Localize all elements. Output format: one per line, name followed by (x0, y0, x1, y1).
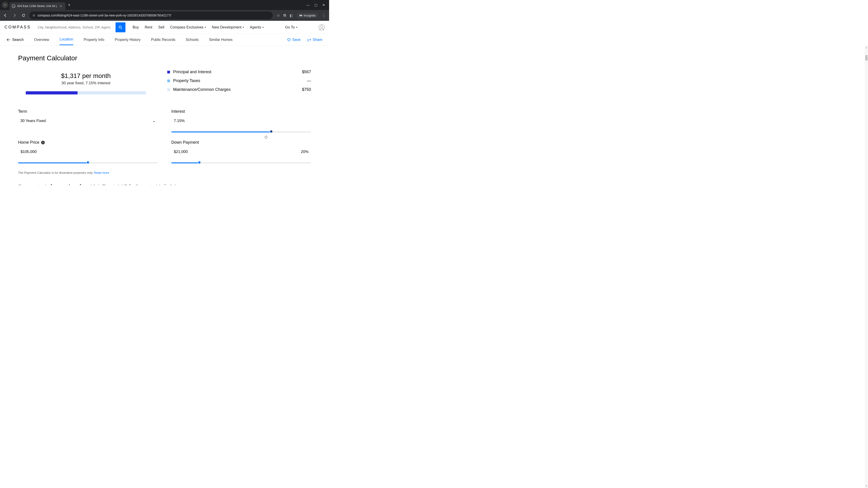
tab-favicon-icon (12, 4, 16, 8)
field-label: Interest (171, 109, 311, 114)
sidepanel-icon[interactable]: ◧ (289, 13, 293, 18)
nav-goto[interactable]: Go To▾ (285, 25, 297, 29)
interest-input[interactable]: 7.15% (171, 117, 311, 125)
chevron-down-icon: ▾ (296, 26, 297, 29)
search-input[interactable] (35, 23, 116, 31)
breakdown-label: Maintenance/Common Charges (173, 87, 230, 92)
nav-buy[interactable]: Buy (133, 25, 139, 29)
listing-subnav: Search Overview Location Property Info P… (0, 34, 329, 46)
search-icon (119, 25, 123, 29)
cost-bar (26, 91, 146, 94)
share-button[interactable]: Share (307, 38, 322, 42)
tab-location[interactable]: Location (59, 34, 73, 45)
loan-summary: 30 year fixed, 7.15% Interest (18, 81, 154, 86)
tab-title: 424 East 115th Street, Unit 3A | (17, 4, 57, 8)
incognito-icon: 🕶 (299, 14, 302, 17)
maximize-button[interactable]: ▢ (314, 3, 317, 7)
browser-toolbar: ⚙ compass.com/listing/424-east-115th-str… (0, 10, 329, 21)
read-more-link[interactable]: Read more (94, 171, 109, 174)
back-button[interactable] (2, 12, 8, 19)
field-label: Down Payment (171, 140, 311, 145)
interest-slider[interactable] (171, 131, 311, 132)
extensions-icon[interactable]: ⧉ (283, 13, 286, 18)
slider-knob[interactable] (86, 161, 90, 164)
bookmark-icon[interactable]: ☆ (277, 13, 280, 18)
tab-search-icon[interactable] (2, 2, 8, 8)
downpayment-field: Down Payment $21,000 20% (171, 140, 311, 163)
legend-swatch-icon (167, 88, 170, 91)
browser-tab[interactable]: 424 East 115th Street, Unit 3A | ✕ (9, 2, 65, 10)
minimize-button[interactable]: ― (306, 3, 309, 7)
nav-newdev[interactable]: New Development▾ (212, 25, 244, 29)
chevron-down-icon: ▾ (205, 26, 206, 29)
search-button[interactable] (116, 22, 125, 32)
incognito-badge[interactable]: 🕶 Incognito (297, 13, 318, 18)
site-header: COMPASS Buy Rent Sell Compass Exclusives… (0, 21, 329, 34)
interest-field: Interest 7.15% (171, 109, 311, 132)
forward-button[interactable] (11, 12, 18, 19)
breakdown-row: Property Taxes — (167, 78, 311, 83)
property-info-heading: Property Information for 424 East 115th … (18, 184, 311, 185)
close-button[interactable]: ✕ (322, 3, 325, 7)
downpayment-slider[interactable] (171, 162, 311, 163)
term-field: Term 30 Years Fixed ⌄ (18, 109, 158, 132)
field-label: Home Price i (18, 140, 158, 145)
back-to-search[interactable]: Search (7, 38, 24, 42)
breakdown-row: Maintenance/Common Charges $750 (167, 87, 311, 92)
share-icon (307, 38, 311, 42)
tab-schools[interactable]: Schools (186, 35, 199, 45)
window-controls: ― ▢ ✕ (306, 3, 327, 7)
field-label: Term (18, 109, 158, 114)
page-content: Payment Calculator $1,317 per month 30 y… (0, 46, 329, 185)
price-field: Home Price i $105,000 (18, 140, 158, 163)
reload-button[interactable] (20, 12, 27, 19)
incognito-label: Incognito (304, 14, 315, 17)
breakdown-row: Principal and Interest $567 (167, 70, 311, 74)
downpayment-input[interactable]: $21,000 (171, 148, 255, 156)
site-search (35, 22, 125, 32)
breakdown-label: Principal and Interest (173, 70, 211, 74)
cost-bar-principal (26, 91, 78, 94)
tab-close-icon[interactable]: ✕ (59, 4, 63, 8)
tab-property-history[interactable]: Property History (115, 35, 141, 45)
nav-sell[interactable]: Sell (158, 25, 164, 29)
heart-icon (287, 38, 291, 42)
legend-swatch-icon (167, 71, 170, 73)
save-button[interactable]: Save (287, 38, 301, 42)
breakdown-value: — (307, 78, 311, 83)
slider-knob[interactable] (198, 161, 201, 164)
price-input[interactable]: $105,000 (18, 148, 158, 156)
chevron-down-icon: ▾ (262, 26, 264, 29)
chevron-down-icon: ▾ (243, 26, 244, 29)
price-slider[interactable] (18, 162, 158, 163)
svg-point-0 (119, 26, 121, 28)
info-icon[interactable]: i (41, 141, 45, 144)
browser-titlebar: 424 East 115th Street, Unit 3A | ✕ + ― ▢… (0, 0, 329, 10)
breakdown-value: $750 (302, 87, 311, 92)
tab-public-records[interactable]: Public Records (151, 35, 176, 45)
legend-swatch-icon (167, 79, 170, 82)
tab-similar[interactable]: Similar Homes (209, 35, 232, 45)
nav-agents[interactable]: Agents▾ (250, 25, 264, 29)
nav-exclusives[interactable]: Compass Exclusives▾ (170, 25, 206, 29)
slider-knob[interactable] (270, 130, 273, 133)
tab-overview[interactable]: Overview (34, 35, 49, 45)
monthly-payment: $1,317 per month (18, 72, 154, 79)
section-title: Payment Calculator (18, 54, 311, 62)
url-text: compass.com/listing/424-east-115th-stree… (37, 13, 171, 17)
tab-property-info[interactable]: Property Info (84, 35, 104, 45)
downpayment-pct[interactable]: 20% (269, 148, 311, 156)
breakdown-label: Property Taxes (173, 78, 200, 83)
disclaimer: The Payment Calculator is for illustrati… (18, 171, 311, 174)
chevron-down-icon: ⌄ (152, 119, 156, 123)
breakdown-value: $567 (302, 70, 311, 74)
new-tab-button[interactable]: + (65, 3, 73, 7)
site-settings-icon[interactable]: ⚙ (33, 14, 35, 17)
menu-icon[interactable]: ⋮ (322, 13, 326, 18)
compass-logo[interactable]: COMPASS (4, 25, 31, 30)
account-icon[interactable] (319, 24, 324, 30)
term-select[interactable]: 30 Years Fixed ⌄ (18, 117, 158, 125)
primary-nav: Buy Rent Sell Compass Exclusives▾ New De… (133, 25, 264, 29)
nav-rent[interactable]: Rent (145, 25, 152, 29)
address-bar[interactable]: ⚙ compass.com/listing/424-east-115th-str… (29, 11, 273, 19)
